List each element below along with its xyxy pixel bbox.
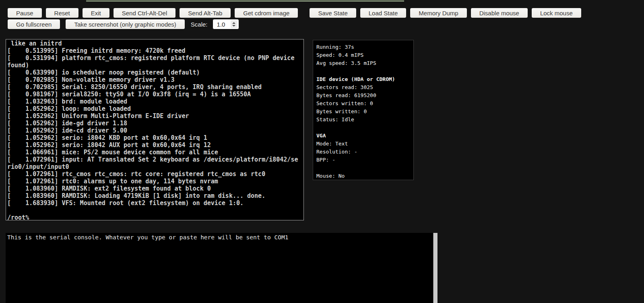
serial-console-scrollbar[interactable] — [433, 233, 438, 303]
save-state-button[interactable]: Save State — [309, 8, 356, 18]
lock-mouse-button[interactable]: Lock mouse — [531, 8, 582, 18]
console-line: [ 1.052962] serio: i8042 AUX port at 0x6… — [7, 141, 303, 149]
console-line: [ 1.052962] serio: i8042 KBD port at 0x6… — [7, 134, 303, 141]
stat-vga-resolution: Resolution: - — [316, 148, 413, 156]
stat-speed: Speed: 0.4 mIPS — [316, 51, 413, 59]
console-line: [ 1.052962] ide-gd driver 1.18 — [7, 120, 303, 127]
scale-spinner — [231, 20, 237, 28]
reset-button[interactable]: Reset — [45, 8, 79, 18]
stat-vga-mode: Mode: Text — [316, 140, 413, 148]
console-line: [ 0.981967] serial8250: ttyS0 at I/O 0x3… — [7, 91, 303, 98]
console-line: like an initrd — [7, 40, 303, 47]
stats-panel: Running: 37s Speed: 0.4 mIPS Avg speed: … — [313, 40, 414, 180]
stat-running: Running: 37s — [316, 43, 413, 51]
spinner-down-icon[interactable] — [232, 25, 235, 27]
console-line: [ 1.072961] input: AT Translated Set 2 k… — [7, 156, 303, 163]
pause-button[interactable]: Pause — [7, 8, 42, 18]
exit-button[interactable]: Exit — [82, 8, 110, 18]
send-alt-tab-button[interactable]: Send Alt-Tab — [179, 8, 231, 18]
console-line: [ 1.052962] Uniform Multi-Platform E-IDE… — [7, 112, 303, 120]
stat-vga-bpp: BPP: - — [316, 156, 413, 164]
stat-vga-header: VGA — [316, 132, 413, 140]
scale-input[interactable]: 1.0 — [213, 19, 239, 29]
disable-mouse-button[interactable]: Disable mouse — [471, 8, 528, 18]
console-line: [ 0.513995] Freeing initrd memory: 4720k… — [7, 47, 303, 54]
emulator-screen[interactable]: like an initrd [ 0.513995] Freeing initr… — [6, 39, 304, 220]
cutoff-element-edge — [86, 0, 404, 2]
scale-label: Scale: — [191, 21, 208, 28]
take-screenshot-button[interactable]: Take screenshot (only graphic modes) — [65, 19, 185, 29]
serial-console-input[interactable]: This is the serial console. Whatever you… — [6, 233, 438, 303]
stat-sectors-read: Sectors read: 3025 — [316, 83, 413, 91]
stat-sectors-written: Sectors written: 0 — [316, 100, 413, 108]
serial-console-text: This is the serial console. Whatever you… — [7, 234, 288, 241]
stats-spacer — [316, 67, 413, 75]
stat-bytes-read: Bytes read: 6195200 — [316, 91, 413, 100]
toolbar-row-2: Go fullscreen Take screenshot (only grap… — [7, 19, 239, 29]
console-line: [ 0.702985] Non-volatile memory driver v… — [7, 76, 303, 83]
console-line — [7, 207, 303, 214]
console-line: [ 1.683930] VFS: Mounted root (ext2 file… — [7, 199, 303, 207]
console-line: [ 0.633990] io scheduler noop registered… — [7, 69, 303, 76]
console-line: [ 1.083960] RAMDISK: ext2 filesystem fou… — [7, 185, 303, 192]
stat-bytes-written: Bytes written: 0 — [316, 108, 413, 116]
toolbar-row-1: Pause Reset Exit Send Ctrl-Alt-Del Send … — [7, 8, 582, 18]
console-line: [ 1.083960] RAMDISK: Loading 4719KiB [1 … — [7, 192, 303, 199]
stat-avg-speed: Avg speed: 3.5 mIPS — [316, 59, 413, 67]
stat-ide-header: IDE device (HDA or CDROM) — [316, 75, 413, 83]
load-state-button[interactable]: Load State — [360, 8, 407, 18]
stats-spacer — [316, 164, 413, 172]
memory-dump-button[interactable]: Memory Dump — [410, 8, 467, 18]
console-prompt-line: /root% _ — [7, 214, 303, 220]
console-line: found) — [7, 62, 303, 69]
go-fullscreen-button[interactable]: Go fullscreen — [7, 19, 60, 29]
scale-value: 1.0 — [213, 21, 231, 28]
stat-ide-status: Status: Idle — [316, 116, 413, 124]
console-line: [ 1.032963] brd: module loaded — [7, 98, 303, 105]
spinner-up-icon[interactable] — [232, 22, 235, 24]
console-line: [ 1.066961] mice: PS/2 mouse device comm… — [7, 149, 303, 156]
console-line: [ 1.052962] loop: module loaded — [7, 105, 303, 112]
emulator-page: Pause Reset Exit Send Ctrl-Alt-Del Send … — [0, 0, 644, 303]
console-line: [ 1.052962] ide-cd driver 5.00 — [7, 127, 303, 134]
stat-mouse: Mouse: No — [316, 172, 413, 180]
console-line: rio0/input/input0 — [7, 163, 303, 170]
console-line: [ 1.072961] rtc0: alarms up to one day, … — [7, 178, 303, 185]
console-line: [ 1.072961] rtc_cmos rtc_cmos: rtc core:… — [7, 170, 303, 178]
get-cdrom-image-button[interactable]: Get cdrom image — [234, 8, 298, 18]
send-ctrl-alt-del-button[interactable]: Send Ctrl-Alt-Del — [113, 8, 176, 18]
console-line: [ 0.702985] Serial: 8250/16550 driver, 4… — [7, 83, 303, 91]
console-line: [ 0.531994] platform rtc_cmos: registere… — [7, 54, 303, 62]
stats-spacer — [316, 124, 413, 132]
